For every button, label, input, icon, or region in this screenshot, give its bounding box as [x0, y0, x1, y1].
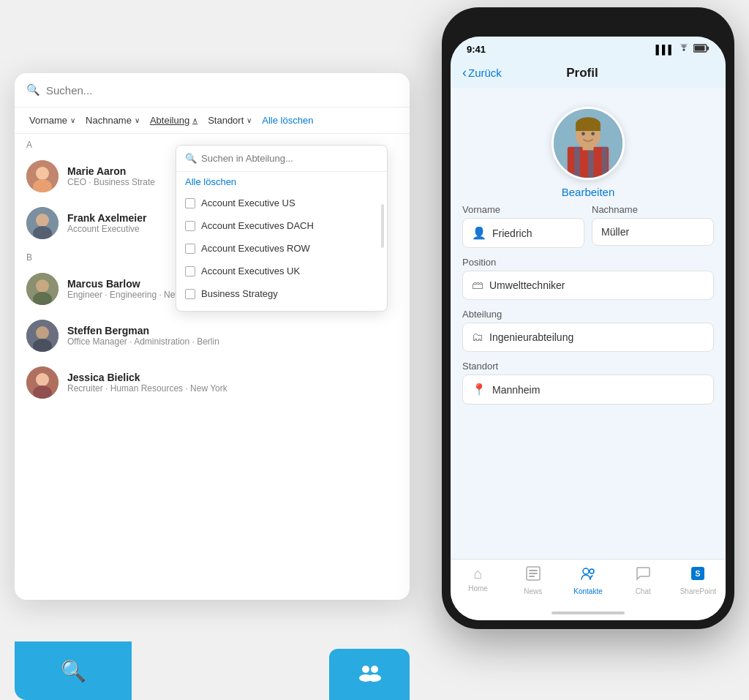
chevron-down-icon: ∨: [246, 116, 252, 124]
svg-point-13: [36, 373, 49, 386]
tab-kontakte[interactable]: Kontakte: [560, 565, 615, 595]
svg-point-31: [581, 132, 585, 135]
search-input[interactable]: [46, 84, 398, 97]
avatar: [26, 366, 59, 399]
profile-avatar-section: Bearbeiten: [462, 95, 714, 204]
filter-vorname[interactable]: Vorname ∨: [26, 113, 78, 127]
dropdown-item-1[interactable]: Account Executive US: [176, 192, 387, 214]
avatar: [26, 273, 59, 305]
filter-standort[interactable]: Standort ∨: [205, 113, 255, 127]
contact-detail: Account Executive: [67, 224, 146, 234]
firstname-field[interactable]: 👤 Friedrich: [462, 218, 584, 248]
svg-rect-20: [695, 46, 705, 51]
svg-point-4: [36, 214, 49, 227]
chevron-up-icon: ∧: [192, 116, 197, 124]
phone-screen: 9:41 ▌▌▌: [451, 37, 726, 620]
search-icon: 🔍: [61, 659, 86, 683]
contact-jessica-bielick[interactable]: Jessica Bielick Recruiter · Human Resour…: [15, 359, 410, 406]
svg-rect-35: [529, 573, 538, 574]
tab-sharepoint-label: SharePoint: [680, 587, 716, 595]
checkbox-icon[interactable]: [185, 289, 195, 299]
back-button[interactable]: ‹ Zurück: [462, 65, 502, 80]
lastname-label: Nachname: [592, 204, 714, 215]
svg-rect-26: [602, 147, 608, 180]
chevron-down-icon: ∨: [135, 116, 140, 124]
dropdown-item-5[interactable]: Business Strategy: [176, 282, 387, 305]
status-bar: 9:41 ▌▌▌: [451, 37, 726, 59]
avatar: [26, 320, 59, 352]
home-indicator: [451, 606, 726, 620]
home-icon: ⌂: [474, 565, 483, 582]
lastname-field[interactable]: Müller: [592, 218, 714, 246]
svg-point-37: [583, 568, 589, 574]
left-panel: 🔍 Vorname ∨ Nachname ∨ Abteilung ∧ Stand…: [15, 73, 410, 600]
lastname-group: Nachname Müller: [592, 204, 714, 248]
checkbox-icon[interactable]: [185, 266, 195, 276]
scroll-indicator: [381, 204, 384, 248]
department-icon: 🗂: [472, 331, 483, 344]
svg-point-32: [591, 132, 595, 135]
checkbox-icon[interactable]: [185, 221, 195, 231]
profile-content: Bearbeiten Vorname 👤 Friedrich Nachname …: [451, 88, 726, 559]
tab-bar: ⌂ Home News: [451, 559, 726, 606]
firstname-label: Vorname: [462, 204, 584, 215]
svg-point-10: [36, 326, 49, 339]
dropdown-clear-all[interactable]: Alle löschen: [176, 172, 387, 192]
bottom-search-button[interactable]: 🔍: [15, 641, 132, 700]
lastname-value: Müller: [601, 226, 629, 238]
filter-abteilung[interactable]: Abteilung ∧: [147, 113, 200, 127]
tab-news[interactable]: News: [505, 565, 560, 595]
dropdown-item-3[interactable]: Account Executives ROW: [176, 237, 387, 260]
contact-name: Jessica Bielick: [67, 372, 227, 383]
standort-label: Standort: [462, 361, 714, 372]
wifi-icon: [678, 44, 690, 55]
standort-field[interactable]: 📍 Mannheim: [462, 375, 714, 404]
contacts-icon: [357, 662, 382, 687]
position-label: Position: [462, 257, 714, 268]
filter-bar: Vorname ∨ Nachname ∨ Abteilung ∧ Standor…: [15, 108, 410, 134]
tab-chat[interactable]: Chat: [616, 565, 671, 595]
abteilung-field[interactable]: 🗂 Ingenieurаbteilung: [462, 323, 714, 352]
chevron-left-icon: ‹: [462, 65, 467, 80]
abteilung-value: Ingenieurаbteilung: [489, 331, 573, 343]
svg-point-18: [368, 674, 381, 682]
abteilung-dropdown: 🔍 Alle löschen Account Executive US Acco…: [176, 145, 388, 312]
svg-point-7: [36, 279, 49, 293]
abteilung-group: Abteilung 🗂 Ingenieurаbteilung: [462, 309, 714, 352]
contact-steffen-bergman[interactable]: Steffen Bergman Office Manager · Adminis…: [15, 312, 410, 359]
search-icon: 🔍: [185, 153, 197, 164]
status-icons: ▌▌▌: [655, 44, 710, 55]
svg-rect-34: [529, 570, 538, 571]
svg-rect-30: [576, 124, 601, 131]
avatar: [26, 160, 59, 192]
clear-all-button[interactable]: Alle löschen: [262, 115, 313, 126]
edit-link[interactable]: Bearbeiten: [562, 186, 615, 198]
svg-rect-24: [574, 147, 580, 180]
dropdown-search-bar: 🔍: [176, 146, 387, 172]
firstname-value: Friedrich: [492, 227, 532, 239]
svg-rect-25: [588, 147, 594, 180]
page-title: Profil: [502, 66, 663, 80]
contact-detail: CEO · Business Strate: [67, 177, 155, 187]
bottom-contacts-button[interactable]: [329, 649, 410, 700]
dropdown-item-4[interactable]: Account Executives UK: [176, 260, 387, 282]
profile-avatar: [552, 107, 625, 180]
home-bar: [552, 611, 625, 614]
filter-nachname[interactable]: Nachname ∨: [83, 113, 143, 127]
svg-point-17: [371, 666, 378, 673]
position-field[interactable]: 🗃 Umwelttechniker: [462, 271, 714, 300]
contact-name: Steffen Bergman: [67, 325, 219, 336]
tab-sharepoint[interactable]: S SharePoint: [671, 565, 726, 595]
dropdown-search-input[interactable]: [201, 153, 378, 164]
checkbox-icon[interactable]: [185, 198, 195, 208]
checkbox-icon[interactable]: [185, 244, 195, 254]
dropdown-item-2[interactable]: Account Executives DACH: [176, 214, 387, 237]
svg-point-15: [362, 666, 369, 673]
battery-icon: [693, 44, 710, 55]
contact-name: Marie Aaron: [67, 165, 155, 177]
news-icon: [525, 565, 541, 585]
standort-group: Standort 📍 Mannheim: [462, 361, 714, 404]
svg-point-38: [590, 569, 594, 573]
tab-home[interactable]: ⌂ Home: [451, 565, 505, 595]
phone-notch: [544, 16, 632, 37]
